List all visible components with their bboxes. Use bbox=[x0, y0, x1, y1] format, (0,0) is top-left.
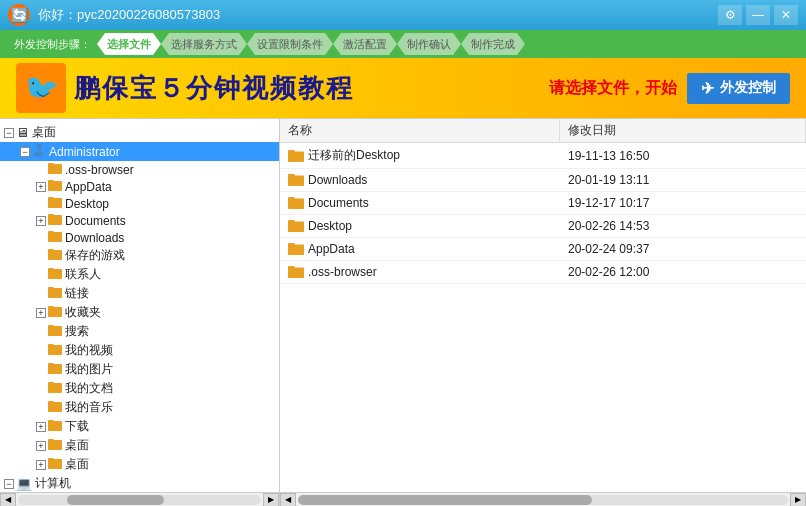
left-h-scroll[interactable]: ◀ ▶ bbox=[0, 492, 279, 506]
file-name-cell: 迁移前的Desktop bbox=[280, 145, 560, 166]
tree-expand-icon[interactable] bbox=[34, 231, 48, 245]
right-h-scroll-left[interactable]: ◀ bbox=[280, 493, 296, 507]
tree-item[interactable]: +收藏夹 bbox=[0, 303, 279, 322]
tree-expand-icon[interactable]: + bbox=[34, 306, 48, 320]
left-h-scroll-track[interactable] bbox=[18, 495, 261, 505]
tree-item[interactable]: −Administrator bbox=[0, 142, 279, 161]
tree-expand-icon[interactable] bbox=[34, 197, 48, 211]
file-table[interactable]: 名称 修改日期 迁移前的Desktop19-11-13 16:50Downloa… bbox=[280, 119, 806, 492]
tree-item[interactable]: +下载 bbox=[0, 417, 279, 436]
folder-icon: 🖥 bbox=[16, 125, 29, 140]
tree-expand-icon[interactable]: − bbox=[2, 477, 16, 491]
right-h-scroll[interactable]: ◀ ▶ bbox=[280, 492, 806, 506]
step-choose-file[interactable]: 选择文件 bbox=[97, 33, 161, 55]
file-date-cell: 20-02-26 12:00 bbox=[560, 263, 806, 281]
step-bar-prefix: 外发控制步骤： bbox=[8, 37, 97, 52]
tree-expand-icon[interactable] bbox=[34, 268, 48, 282]
folder-icon bbox=[48, 438, 62, 453]
external-control-button[interactable]: ✈ 外发控制 bbox=[687, 73, 790, 104]
tree-expand-icon[interactable] bbox=[34, 325, 48, 339]
tree-item[interactable]: 联系人 bbox=[0, 265, 279, 284]
step-complete[interactable]: 制作完成 bbox=[461, 33, 525, 55]
minimize-button[interactable]: — bbox=[746, 5, 770, 25]
tree-item-label: 桌面 bbox=[65, 437, 89, 454]
left-h-scroll-left[interactable]: ◀ bbox=[0, 493, 16, 507]
left-h-scroll-right[interactable]: ▶ bbox=[263, 493, 279, 507]
step-choose-service[interactable]: 选择服务方式 bbox=[161, 33, 247, 55]
folder-icon bbox=[48, 213, 62, 228]
tree-item[interactable]: Desktop bbox=[0, 195, 279, 212]
tree-item[interactable]: −💻计算机 bbox=[0, 474, 279, 492]
file-row[interactable]: AppData20-02-24 09:37 bbox=[280, 238, 806, 261]
folder-icon bbox=[288, 265, 304, 279]
tree-item-label: Downloads bbox=[65, 231, 124, 245]
tree-item[interactable]: 我的文档 bbox=[0, 379, 279, 398]
file-row[interactable]: Downloads20-01-19 13:11 bbox=[280, 169, 806, 192]
folder-icon bbox=[48, 419, 62, 434]
folder-icon bbox=[288, 196, 304, 210]
svg-point-1 bbox=[34, 151, 44, 157]
tree-expand-icon[interactable] bbox=[34, 249, 48, 263]
tree-expand-icon[interactable] bbox=[34, 287, 48, 301]
tree-expand-icon[interactable] bbox=[34, 363, 48, 377]
tree-item[interactable]: 我的视频 bbox=[0, 341, 279, 360]
file-name-cell: Documents bbox=[280, 194, 560, 212]
tree-item-label: 保存的游戏 bbox=[65, 247, 125, 264]
tree-expand-icon[interactable]: + bbox=[34, 420, 48, 434]
tree-item[interactable]: 保存的游戏 bbox=[0, 246, 279, 265]
file-row[interactable]: 迁移前的Desktop19-11-13 16:50 bbox=[280, 143, 806, 169]
file-row[interactable]: .oss-browser20-02-26 12:00 bbox=[280, 261, 806, 284]
tree-expand-icon[interactable]: + bbox=[34, 214, 48, 228]
tree-item[interactable]: .oss-browser bbox=[0, 161, 279, 178]
tree-item-label: 计算机 bbox=[35, 475, 71, 492]
tree-item[interactable]: +AppData bbox=[0, 178, 279, 195]
file-name-cell: Downloads bbox=[280, 171, 560, 189]
tree-item[interactable]: 我的音乐 bbox=[0, 398, 279, 417]
table-header: 名称 修改日期 bbox=[280, 119, 806, 143]
tree-item[interactable]: +桌面 bbox=[0, 436, 279, 455]
right-h-scroll-right[interactable]: ▶ bbox=[790, 493, 806, 507]
settings-button[interactable]: ⚙ bbox=[718, 5, 742, 25]
step-confirm[interactable]: 制作确认 bbox=[397, 33, 461, 55]
tree-item-label: 收藏夹 bbox=[65, 304, 101, 321]
tree-item[interactable]: 链接 bbox=[0, 284, 279, 303]
step-activate[interactable]: 激活配置 bbox=[333, 33, 397, 55]
folder-icon bbox=[288, 173, 304, 187]
folder-icon bbox=[48, 324, 62, 339]
step-set-limits[interactable]: 设置限制条件 bbox=[247, 33, 333, 55]
tree-expand-icon[interactable]: − bbox=[2, 126, 16, 140]
file-row[interactable]: Documents19-12-17 10:17 bbox=[280, 192, 806, 215]
tree-item[interactable]: +Documents bbox=[0, 212, 279, 229]
right-panel: 名称 修改日期 迁移前的Desktop19-11-13 16:50Downloa… bbox=[280, 119, 806, 506]
tree-expand-icon[interactable]: + bbox=[34, 439, 48, 453]
folder-icon bbox=[48, 230, 62, 245]
left-panel: −🖥桌面−Administrator.oss-browser+AppDataDe… bbox=[0, 119, 280, 506]
right-h-scroll-track[interactable] bbox=[298, 495, 788, 505]
close-button[interactable]: ✕ bbox=[774, 5, 798, 25]
folder-icon: 💻 bbox=[16, 476, 32, 491]
tree-expand-icon[interactable] bbox=[34, 401, 48, 415]
banner: 🐦 鹏保宝５分钟视频教程 请选择文件，开始 ✈ 外发控制 bbox=[0, 58, 806, 118]
tree-item-label: 我的图片 bbox=[65, 361, 113, 378]
file-row[interactable]: Desktop20-02-26 14:53 bbox=[280, 215, 806, 238]
folder-icon bbox=[48, 362, 62, 377]
tree-expand-icon[interactable]: + bbox=[34, 458, 48, 472]
tree-item[interactable]: 搜索 bbox=[0, 322, 279, 341]
tree-expand-icon[interactable]: + bbox=[34, 180, 48, 194]
file-tree[interactable]: −🖥桌面−Administrator.oss-browser+AppDataDe… bbox=[0, 119, 279, 492]
tree-expand-icon[interactable] bbox=[34, 382, 48, 396]
tree-expand-icon[interactable] bbox=[34, 163, 48, 177]
col-name-header: 名称 bbox=[280, 119, 560, 142]
tree-expand-icon[interactable]: − bbox=[18, 145, 32, 159]
tree-item[interactable]: 我的图片 bbox=[0, 360, 279, 379]
tree-item[interactable]: −🖥桌面 bbox=[0, 123, 279, 142]
tree-item[interactable]: Downloads bbox=[0, 229, 279, 246]
folder-icon bbox=[48, 162, 62, 177]
tree-item[interactable]: +桌面 bbox=[0, 455, 279, 474]
tree-expand-icon[interactable] bbox=[34, 344, 48, 358]
tree-item-label: 我的视频 bbox=[65, 342, 113, 359]
folder-icon bbox=[48, 196, 62, 211]
file-date-cell: 20-01-19 13:11 bbox=[560, 171, 806, 189]
tree-item-label: 我的文档 bbox=[65, 380, 113, 397]
file-date-cell: 19-11-13 16:50 bbox=[560, 147, 806, 165]
